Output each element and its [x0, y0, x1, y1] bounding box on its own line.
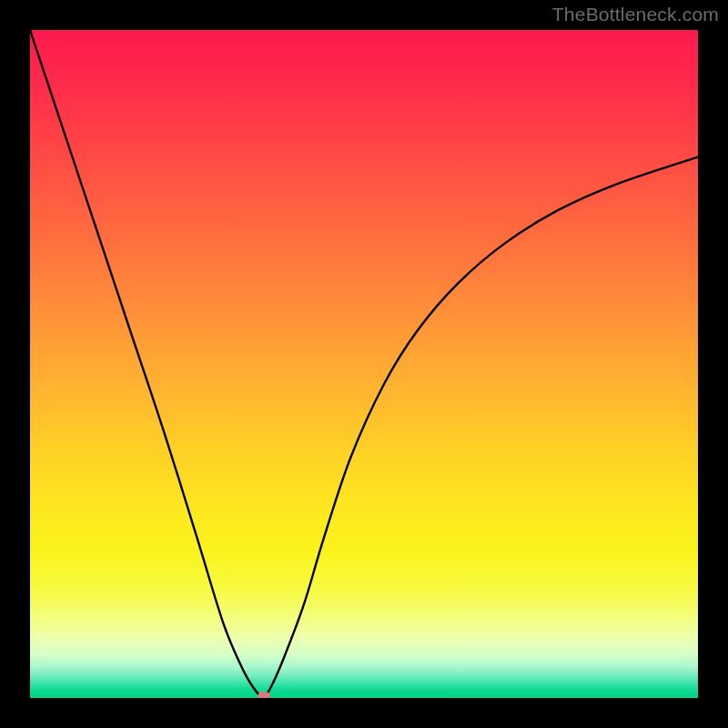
chart-curve-path: [30, 30, 698, 696]
chart-curve-svg: [30, 30, 698, 698]
chart-minimum-marker: [258, 692, 270, 698]
chart-area: [30, 30, 698, 698]
watermark-text: TheBottleneck.com: [552, 4, 719, 25]
